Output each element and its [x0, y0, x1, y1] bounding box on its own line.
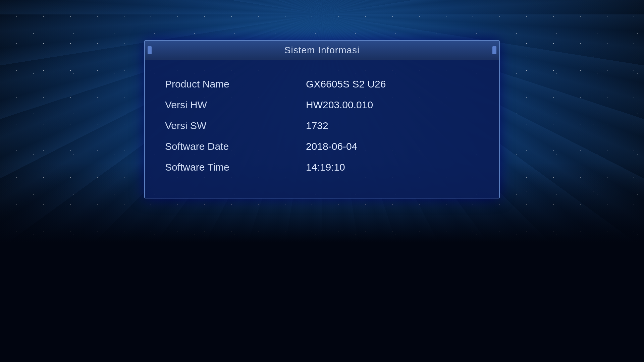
row-label: Software Date	[165, 136, 306, 157]
dialog-title-bar: Sistem Informasi	[145, 41, 499, 60]
row-label: Versi SW	[165, 115, 306, 136]
table-row: Software Time14:19:10	[165, 157, 479, 178]
table-row: Product NameGX6605S S2 U26	[165, 74, 479, 95]
row-label: Software Time	[165, 157, 306, 178]
table-row: Software Date2018-06-04	[165, 136, 479, 157]
row-value: 2018-06-04	[306, 136, 479, 157]
row-value: 14:19:10	[306, 157, 479, 178]
row-label: Product Name	[165, 74, 306, 95]
dialog-body: Product NameGX6605S S2 U26Versi HWHW203.…	[145, 60, 499, 198]
table-row: Versi SW1732	[165, 115, 479, 136]
row-value: GX6605S S2 U26	[306, 74, 479, 95]
page-center: Sistem Informasi Product NameGX6605S S2 …	[0, 0, 644, 362]
row-value: HW203.00.010	[306, 95, 479, 115]
row-value: 1732	[306, 115, 479, 136]
system-info-dialog: Sistem Informasi Product NameGX6605S S2 …	[144, 40, 500, 198]
info-table: Product NameGX6605S S2 U26Versi HWHW203.…	[165, 74, 479, 178]
dialog-title: Sistem Informasi	[284, 45, 360, 56]
table-row: Versi HWHW203.00.010	[165, 95, 479, 115]
row-label: Versi HW	[165, 95, 306, 115]
